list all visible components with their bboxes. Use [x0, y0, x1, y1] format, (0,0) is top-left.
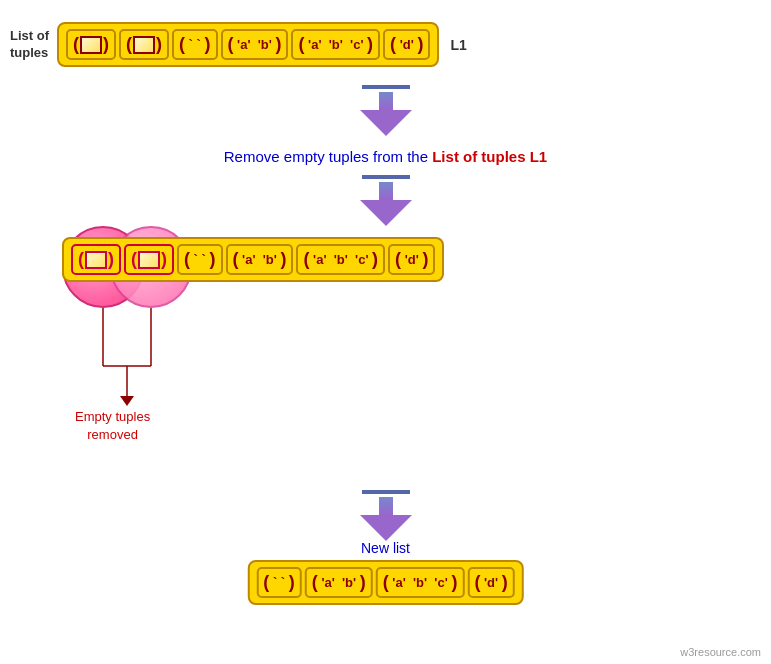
- svg-marker-4: [120, 396, 134, 406]
- res-tuple-abc: ( 'a' 'b' 'c' ): [376, 567, 465, 598]
- empty-box-h2: [138, 251, 160, 269]
- empty-box-1: [80, 36, 102, 54]
- arrow-3: [360, 490, 412, 541]
- tuple-abc: ( 'a' 'b' 'c' ): [291, 29, 380, 60]
- tuple-abc-2: ( 'a' 'b' 'c' ): [296, 244, 385, 275]
- watermark: w3resource.com: [680, 646, 761, 658]
- res-tuple-space: ( ` ` ): [256, 567, 302, 598]
- arrow-1: [360, 85, 412, 136]
- tuple-d-2: ( 'd' ): [388, 244, 435, 275]
- tuple-space: ( ` ` ): [172, 29, 218, 60]
- diagram: List of tuples ( ) ( ) ( ` ` ): [0, 0, 771, 664]
- list-row-2: ( ) ( ) ( ` ` ) ( 'a' 'b' ) ( 'a' 'b' 'c…: [62, 237, 444, 282]
- tuple-empty-1-h: ( ): [71, 244, 121, 275]
- empty-box-2: [133, 36, 155, 54]
- new-list-label: New list: [0, 540, 771, 556]
- tuple-empty-2-h: ( ): [124, 244, 174, 275]
- tuple-ab-2: ( 'a' 'b' ): [226, 244, 294, 275]
- tuple-d: ( 'd' ): [383, 29, 430, 60]
- tuple-empty-1: ( ): [66, 29, 116, 60]
- res-tuple-d: ( 'd' ): [467, 567, 514, 598]
- res-tuple-ab: ( 'a' 'b' ): [305, 567, 373, 598]
- list-label: List of tuples: [10, 28, 49, 62]
- empty-box-h1: [85, 251, 107, 269]
- tuple-space-2: ( ` ` ): [177, 244, 223, 275]
- tuple-empty-2: ( ): [119, 29, 169, 60]
- arrow-2: [360, 175, 412, 226]
- list-row-1: ( ) ( ) ( ` ` ) ( 'a' 'b' ): [57, 22, 439, 67]
- desc-text-1: Remove empty tuples from the List of tup…: [0, 148, 771, 165]
- l1-label: L1: [450, 37, 466, 53]
- empty-removed-label: Empty tuples removed: [75, 408, 150, 444]
- tuple-ab: ( 'a' 'b' ): [221, 29, 289, 60]
- list-row-3: ( ` ` ) ( 'a' 'b' ) ( 'a' 'b' 'c' ) ( 'd…: [247, 560, 523, 605]
